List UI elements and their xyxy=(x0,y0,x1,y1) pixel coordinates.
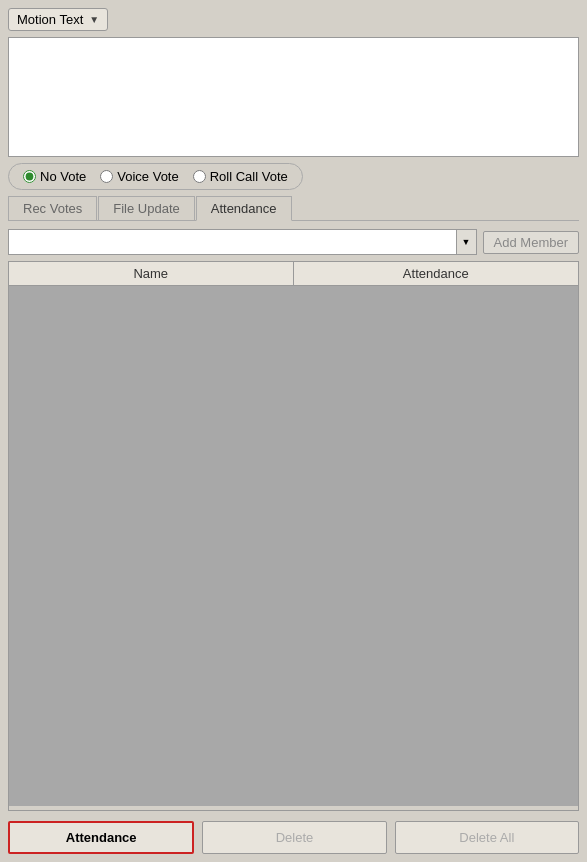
attendance-tab-content: ▼ Add Member Name Attendance xyxy=(8,221,579,811)
motion-text-area[interactable] xyxy=(8,37,579,157)
main-container: Motion Text ▼ No Vote Voice Vote Roll Ca… xyxy=(0,0,587,862)
add-member-button[interactable]: Add Member xyxy=(483,231,579,254)
tab-rec-votes[interactable]: Rec Votes xyxy=(8,196,97,220)
tabs-header: Rec Votes File Update Attendance xyxy=(8,196,579,221)
member-add-row: ▼ Add Member xyxy=(8,229,579,255)
roll-call-vote-input[interactable] xyxy=(193,170,206,183)
no-vote-radio[interactable]: No Vote xyxy=(23,169,86,184)
table-header: Name Attendance xyxy=(9,262,578,286)
table-header-attendance: Attendance xyxy=(294,262,579,285)
motion-text-label: Motion Text xyxy=(17,12,83,27)
attendance-button[interactable]: Attendance xyxy=(8,821,194,854)
no-vote-input[interactable] xyxy=(23,170,36,183)
no-vote-label: No Vote xyxy=(40,169,86,184)
vote-type-group: No Vote Voice Vote Roll Call Vote xyxy=(8,163,303,190)
member-select[interactable] xyxy=(9,230,456,254)
tabs-container: Rec Votes File Update Attendance ▼ Add M… xyxy=(8,196,579,811)
roll-call-vote-label: Roll Call Vote xyxy=(210,169,288,184)
delete-all-button[interactable]: Delete All xyxy=(395,821,579,854)
table-body xyxy=(9,286,578,806)
tab-file-update[interactable]: File Update xyxy=(98,196,194,220)
member-dropdown-arrow-icon[interactable]: ▼ xyxy=(456,230,476,254)
delete-button[interactable]: Delete xyxy=(202,821,386,854)
motion-text-arrow-icon: ▼ xyxy=(89,14,99,25)
member-dropdown[interactable]: ▼ xyxy=(8,229,477,255)
roll-call-vote-radio[interactable]: Roll Call Vote xyxy=(193,169,288,184)
tab-attendance[interactable]: Attendance xyxy=(196,196,292,221)
voice-vote-label: Voice Vote xyxy=(117,169,178,184)
motion-text-dropdown[interactable]: Motion Text ▼ xyxy=(8,8,108,31)
voice-vote-input[interactable] xyxy=(100,170,113,183)
bottom-buttons: Attendance Delete Delete All xyxy=(8,817,579,854)
voice-vote-radio[interactable]: Voice Vote xyxy=(100,169,178,184)
table-header-name: Name xyxy=(9,262,294,285)
attendance-table: Name Attendance xyxy=(8,261,579,811)
